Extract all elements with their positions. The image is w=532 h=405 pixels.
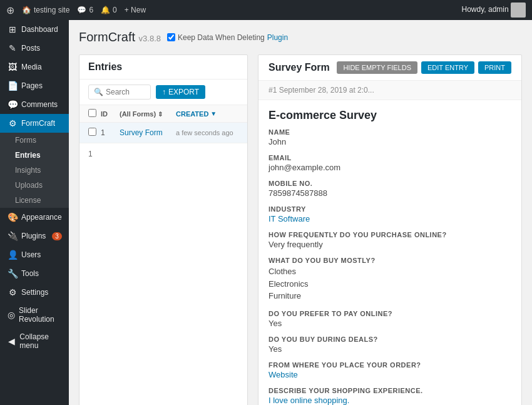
row-created: a few seconds ago — [176, 129, 238, 136]
keep-data-label[interactable]: Keep Data When Deleting Plugin — [167, 33, 288, 42]
survey-form-title: E-commerce Survey — [258, 100, 521, 128]
plugins-badge: 3 — [52, 232, 62, 240]
field-value: Website — [269, 370, 511, 379]
survey-field: DO YOU PREFER TO PAY ONLINE?Yes — [269, 310, 511, 328]
form-sort-icon: ⇕ — [158, 111, 163, 118]
sidebar-item-posts[interactable]: ✎ Posts — [0, 39, 69, 58]
collapse-icon: ◀ — [8, 336, 16, 346]
plugins-icon: 🔌 — [8, 231, 18, 241]
survey-panel-title: Survey Form — [269, 62, 330, 73]
field-value: Clothes Electronics Furniture — [269, 265, 511, 302]
media-icon: 🖼 — [8, 62, 18, 72]
sidebar-sub-insights[interactable]: Insights — [0, 163, 69, 178]
slider-icon: ◎ — [8, 310, 15, 320]
plugin-header: FormCraft v3.8.8 Keep Data When Deleting… — [79, 30, 522, 44]
survey-field: NAMEJohn — [269, 128, 511, 146]
row-form: Survey Form — [120, 128, 176, 137]
search-input[interactable] — [106, 88, 150, 96]
export-icon: ↑ — [162, 88, 166, 96]
field-value: 7859874587888 — [269, 188, 511, 198]
entries-title: Entries — [88, 61, 122, 73]
sidebar-sub-forms[interactable]: Forms — [0, 133, 69, 148]
field-value: john@example.com — [269, 163, 511, 172]
field-value: Yes — [269, 344, 511, 354]
posts-icon: ✎ — [8, 43, 18, 53]
field-label: FROM WHERE YOU PLACE YOUR ORDER? — [269, 361, 511, 369]
comments-link[interactable]: 💬 6 — [77, 6, 93, 14]
site-name[interactable]: 🏠 testing site — [22, 6, 69, 14]
survey-field: DO YOU BUY DURING DEALS?Yes — [269, 336, 511, 354]
created-sort-icon: ▼ — [210, 110, 217, 117]
keep-data-checkbox[interactable] — [167, 33, 175, 41]
col-id-header: ID — [101, 110, 120, 118]
hide-empty-fields-button[interactable]: HIDE EMPTY FIELDS — [337, 61, 417, 74]
field-label: WHAT DO YOU BUY MOSTLY? — [269, 257, 511, 264]
sidebar-item-pages[interactable]: 📄 Pages — [0, 76, 69, 95]
table-header: ID (All Forms) ⇕ CREATED ▼ — [79, 105, 247, 123]
search-box: 🔍 — [88, 85, 151, 100]
survey-field: HOW FREQUENTLY DO YOU PURCHASE ONLINE?Ve… — [269, 231, 511, 249]
sidebar-item-appearance[interactable]: 🎨 Appearance — [0, 208, 69, 227]
survey-field: WHAT DO YOU BUY MOSTLY?Clothes Electroni… — [269, 257, 511, 302]
sidebar-item-tools[interactable]: 🔧 Tools — [0, 264, 69, 283]
sidebar-item-settings[interactable]: ⚙ Settings — [0, 283, 69, 302]
survey-field: DESCRIBE YOUR SHOPPING EXPERIENCE.I love… — [269, 387, 511, 405]
sidebar-sub-formcraft: Forms Entries Insights Uploads License — [0, 133, 69, 208]
survey-field: FROM WHERE YOU PLACE YOUR ORDER?Website — [269, 361, 511, 379]
new-button[interactable]: + New — [125, 6, 146, 14]
survey-field: MOBILE NO.7859874587888 — [269, 180, 511, 198]
survey-fields: NAMEJohnEMAILjohn@example.comMOBILE NO.7… — [258, 128, 521, 405]
search-icon: 🔍 — [94, 88, 103, 96]
export-button[interactable]: ↑ EXPORT — [156, 85, 205, 99]
survey-panel: Survey Form HIDE EMPTY FIELDS EDIT ENTRY… — [258, 54, 522, 405]
comments-icon: 💬 — [8, 100, 18, 110]
main-content: FormCraft v3.8.8 Keep Data When Deleting… — [69, 20, 532, 405]
sidebar-sub-uploads[interactable]: Uploads — [0, 178, 69, 193]
settings-icon: ⚙ — [8, 287, 18, 297]
two-col-layout: Entries 🔍 ↑ EXPORT ID (All — [79, 54, 522, 405]
survey-header-buttons: HIDE EMPTY FIELDS EDIT ENTRY PRINT — [337, 61, 511, 74]
sidebar-sub-license[interactable]: License — [0, 193, 69, 208]
entries-footer: 1 — [79, 143, 247, 165]
sidebar-item-dashboard[interactable]: ⊞ Dashboard — [0, 20, 69, 39]
topbar-left: ⊕ 🏠 testing site 💬 6 🔔 0 + New — [6, 4, 146, 16]
sidebar-item-media[interactable]: 🖼 Media — [0, 58, 69, 76]
dashboard-icon: ⊞ — [8, 24, 18, 34]
field-label: NAME — [269, 128, 511, 136]
plugin-link[interactable]: Plugin — [267, 33, 288, 42]
field-value: Yes — [269, 319, 511, 328]
entries-panel: Entries 🔍 ↑ EXPORT ID (All — [79, 54, 248, 405]
survey-field: INDUSTRYIT Software — [269, 205, 511, 223]
sidebar-item-plugins[interactable]: 🔌 Plugins 3 — [0, 227, 69, 245]
sidebar-item-formcraft[interactable]: ⚙ FormCraft — [0, 114, 69, 133]
field-label: DESCRIBE YOUR SHOPPING EXPERIENCE. — [269, 387, 511, 394]
alerts-link[interactable]: 🔔 0 — [101, 6, 117, 14]
row-id: 1 — [101, 128, 120, 137]
row-checkbox[interactable] — [88, 128, 96, 136]
sidebar-sub-entries[interactable]: Entries — [0, 148, 69, 163]
table-row[interactable]: 1 Survey Form a few seconds ago — [79, 123, 247, 143]
howdy-text: Howdy, admin — [462, 3, 526, 18]
field-value: John — [269, 137, 511, 146]
field-value: Very frequently — [269, 240, 511, 249]
select-all-checkbox[interactable] — [88, 109, 96, 117]
topbar: ⊕ 🏠 testing site 💬 6 🔔 0 + New Howdy, ad… — [0, 0, 532, 20]
sidebar-collapse-menu[interactable]: ◀ Collapse menu — [0, 328, 69, 354]
sidebar-item-comments[interactable]: 💬 Comments — [0, 95, 69, 114]
print-button[interactable]: PRINT — [478, 61, 511, 74]
field-label: DO YOU BUY DURING DEALS? — [269, 336, 511, 343]
edit-entry-button[interactable]: EDIT ENTRY — [421, 61, 474, 74]
field-label: EMAIL — [269, 154, 511, 161]
appearance-icon: 🎨 — [8, 212, 18, 222]
wp-logo[interactable]: ⊕ — [6, 4, 14, 16]
entries-toolbar: 🔍 ↑ EXPORT — [79, 79, 247, 105]
survey-field: EMAILjohn@example.com — [269, 154, 511, 172]
field-label: DO YOU PREFER TO PAY ONLINE? — [269, 310, 511, 317]
sidebar-item-slider-revolution[interactable]: ◎ Slider Revolution — [0, 302, 69, 328]
col-form-header[interactable]: (All Forms) ⇕ — [120, 110, 176, 118]
field-value: I love online shopping. — [269, 396, 511, 405]
sidebar-item-users[interactable]: 👤 Users — [0, 245, 69, 264]
col-created-header[interactable]: CREATED ▼ — [176, 110, 238, 118]
field-label: INDUSTRY — [269, 205, 511, 213]
survey-meta: #1 September 28, 2019 at 2:0... — [258, 81, 521, 100]
